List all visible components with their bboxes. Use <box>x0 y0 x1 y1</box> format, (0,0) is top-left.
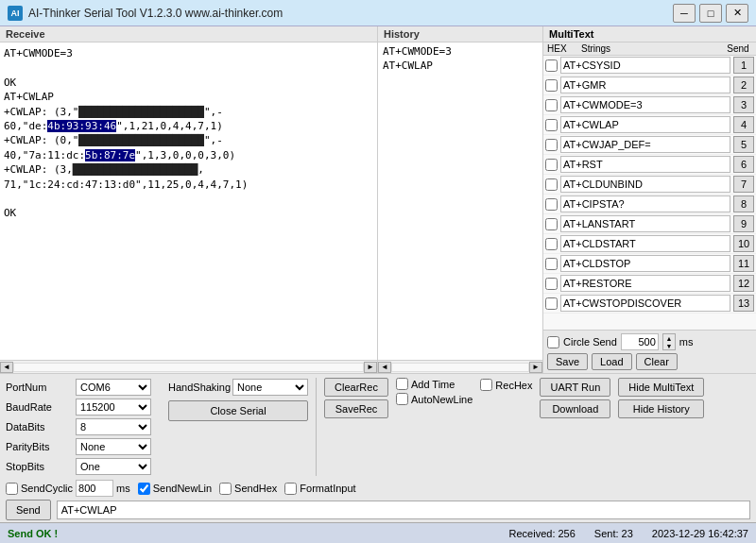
mt-hex-checkbox-0[interactable] <box>545 59 558 72</box>
mt-text-input-6[interactable] <box>560 176 730 193</box>
mt-hex-checkbox-2[interactable] <box>545 99 558 111</box>
mt-hex-checkbox-8[interactable] <box>545 218 558 230</box>
receive-scrollbar-h[interactable]: ◄ ► <box>0 360 377 373</box>
stopbits-select[interactable]: One <box>76 458 151 475</box>
mt-send-btn-2[interactable]: 3 <box>733 96 754 113</box>
download-button[interactable]: Download <box>540 399 610 418</box>
multitext-row: 13 <box>543 294 756 314</box>
circle-send-input[interactable] <box>621 333 659 350</box>
send-text-input[interactable] <box>57 501 750 519</box>
clear-rec-button[interactable]: ClearRec <box>324 378 388 397</box>
mt-text-input-3[interactable] <box>560 116 730 133</box>
mt-hex-checkbox-4[interactable] <box>545 139 558 151</box>
mt-hex-checkbox-6[interactable] <box>545 178 558 191</box>
status-bar: Send OK ! Received: 256 Sent: 23 2023-12… <box>0 522 756 543</box>
mt-send-btn-10[interactable]: 11 <box>733 255 754 272</box>
databits-select[interactable]: 8 <box>76 418 151 435</box>
uart-buttons: UART Run Download <box>540 378 610 418</box>
mt-send-btn-12[interactable]: 13 <box>733 295 754 312</box>
close-button[interactable]: ✕ <box>726 4 748 23</box>
maximize-button[interactable]: □ <box>699 4 722 23</box>
mt-text-input-4[interactable] <box>560 136 730 153</box>
mt-text-input-10[interactable] <box>560 255 730 272</box>
scroll-left-btn[interactable]: ◄ <box>0 362 13 373</box>
send-newline-checkbox[interactable] <box>138 483 150 495</box>
mt-send-btn-11[interactable]: 12 <box>733 275 754 292</box>
hide-multitext-button[interactable]: Hide MultiText <box>618 378 704 397</box>
received-status: Received: 256 <box>509 528 576 539</box>
multitext-row: 2 <box>543 76 756 95</box>
history-scroll-right[interactable]: ► <box>529 362 542 373</box>
mt-send-btn-8[interactable]: 9 <box>733 215 754 232</box>
receive-line <box>4 60 373 75</box>
mt-text-input-7[interactable] <box>560 195 730 212</box>
portnum-select[interactable]: COM6 <box>76 379 151 396</box>
hide-history-button[interactable]: Hide History <box>618 399 704 418</box>
mt-hex-checkbox-1[interactable] <box>545 79 558 92</box>
mt-hex-checkbox-10[interactable] <box>545 258 558 270</box>
load-button[interactable]: Load <box>592 353 631 370</box>
mt-send-btn-7[interactable]: 8 <box>733 195 754 212</box>
mt-text-input-1[interactable] <box>560 76 730 93</box>
handshaking-select[interactable]: None <box>232 379 308 396</box>
mt-hex-checkbox-3[interactable] <box>545 119 558 131</box>
mt-send-btn-9[interactable]: 10 <box>733 235 754 252</box>
cyclic-ms-input[interactable] <box>76 480 113 497</box>
mt-send-btn-6[interactable]: 7 <box>733 176 754 193</box>
clear-button[interactable]: Clear <box>636 353 678 370</box>
mt-text-input-5[interactable] <box>560 156 730 173</box>
close-serial-button[interactable]: Close Serial <box>168 400 308 421</box>
ms-spinner-up[interactable]: ▲ <box>663 334 675 342</box>
baudrate-select[interactable]: 115200 <box>76 399 151 416</box>
send-cyclic-checkbox[interactable] <box>6 483 18 495</box>
mt-hex-checkbox-7[interactable] <box>545 198 558 211</box>
mt-send-btn-1[interactable]: 2 <box>733 76 754 93</box>
mt-hex-checkbox-5[interactable] <box>545 159 558 171</box>
main-content: Receive AT+CWMODE=3 OK AT+CWLAP +CWLAP: … <box>0 26 756 373</box>
multitext-row: 9 <box>543 214 756 234</box>
receive-line: 60,"de:4b:93:93:46",1,21,0,4,4,7,1) <box>4 119 373 133</box>
mt-send-btn-3[interactable]: 4 <box>733 116 754 133</box>
history-scrollbar-h[interactable]: ◄ ► <box>378 360 542 373</box>
mt-send-btn-4[interactable]: 5 <box>733 136 754 153</box>
rec-hex-checkbox[interactable] <box>480 379 492 391</box>
datetime-status: 2023-12-29 16:42:37 <box>652 528 748 539</box>
mt-text-input-0[interactable] <box>560 57 730 74</box>
history-item[interactable]: AT+CWMODE=3 <box>380 44 541 59</box>
save-rec-button[interactable]: SaveRec <box>324 399 388 418</box>
mt-text-input-12[interactable] <box>560 295 730 312</box>
receive-line: 40,"7a:11:dc:5b:87:7e",1,3,0,0,0,3,0) <box>4 148 373 162</box>
send-hex-checkbox[interactable] <box>219 483 232 495</box>
paritybits-select[interactable]: None <box>76 438 151 455</box>
circle-send-checkbox[interactable] <box>547 336 559 348</box>
mt-send-btn-0[interactable]: 1 <box>733 57 754 74</box>
mt-text-input-9[interactable] <box>560 235 730 252</box>
mt-hex-checkbox-12[interactable] <box>545 297 558 310</box>
receive-line <box>4 192 373 206</box>
multitext-panel: MultiText HEX Strings Send 1 2 3 4 5 6 <box>543 26 756 373</box>
mt-send-btn-5[interactable]: 6 <box>733 156 754 173</box>
history-scroll-left[interactable]: ◄ <box>378 362 391 373</box>
auto-newline-checkbox[interactable] <box>396 393 408 405</box>
ms-spinner-down[interactable]: ▼ <box>663 342 675 349</box>
format-input-checkbox[interactable] <box>284 483 297 495</box>
ms-spinner[interactable]: ▲ ▼ <box>662 333 676 350</box>
receive-line: OK <box>4 206 373 220</box>
add-time-checkbox[interactable] <box>396 378 408 390</box>
stopbits-label: StopBits <box>6 461 74 472</box>
multitext-row: 4 <box>543 115 756 135</box>
mt-hex-checkbox-9[interactable] <box>545 238 558 250</box>
minimize-button[interactable]: ─ <box>673 4 696 23</box>
mt-hex-checkbox-11[interactable] <box>545 278 558 290</box>
mt-text-input-2[interactable] <box>560 96 730 113</box>
receive-line: AT+CWMODE=3 <box>4 46 373 60</box>
send-button[interactable]: Send <box>6 500 51 520</box>
mt-text-input-8[interactable] <box>560 215 730 232</box>
receive-text: AT+CWMODE=3 OK AT+CWLAP +CWLAP: (3,"████… <box>0 42 377 360</box>
auto-newline-row: AutoNewLine <box>396 393 472 405</box>
history-item[interactable]: AT+CWLAP <box>380 59 541 73</box>
mt-text-input-11[interactable] <box>560 275 730 292</box>
save-button[interactable]: Save <box>547 353 588 370</box>
scroll-right-btn[interactable]: ► <box>364 362 377 373</box>
uart-run-button[interactable]: UART Run <box>540 378 610 397</box>
